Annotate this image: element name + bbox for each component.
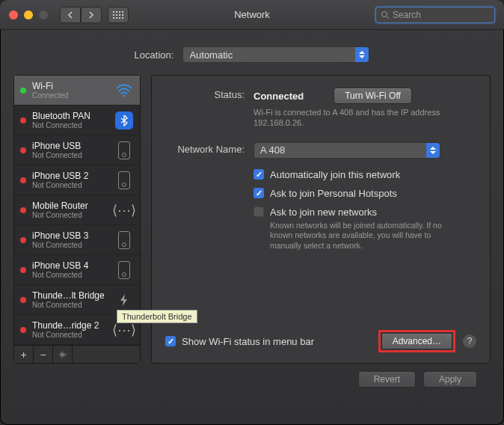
window-title: Network <box>234 9 270 20</box>
service-list: Wi-FiConnectedBluetooth PANNot Connected… <box>14 76 140 345</box>
service-item-bluetooth-pan[interactable]: Bluetooth PANNot Connected <box>14 106 140 135</box>
footer-buttons: Revert Apply <box>13 364 491 388</box>
status-dot <box>20 117 26 123</box>
status-dot <box>20 88 26 94</box>
svg-point-0 <box>382 11 387 16</box>
tooltip: Thunderbolt Bridge <box>117 310 197 323</box>
join-new-description: Known networks will be joined automatica… <box>270 221 464 251</box>
status-dot <box>20 177 26 183</box>
wifi-icon <box>116 84 132 97</box>
remove-service-button[interactable]: − <box>34 346 53 363</box>
service-status: Not Connected <box>32 331 114 339</box>
updown-icon <box>426 143 440 158</box>
service-text: Bluetooth PANNot Connected <box>32 111 114 129</box>
checkbox-checked-icon <box>165 336 176 346</box>
forward-button[interactable] <box>81 7 102 23</box>
service-icon <box>114 260 134 280</box>
service-text: iPhone USB 2Not Connected <box>32 171 114 189</box>
wifi-toggle-button[interactable]: Turn Wi-Fi Off <box>334 88 412 104</box>
show-all-button[interactable] <box>108 7 129 23</box>
svg-line-1 <box>387 16 389 19</box>
svg-point-2 <box>123 94 126 97</box>
sidebar-footer: + − <box>14 345 140 363</box>
status-dot <box>20 327 26 333</box>
service-name: Thunde…lt Bridge <box>32 290 114 301</box>
add-service-button[interactable]: + <box>14 346 34 363</box>
status-dot <box>20 147 26 153</box>
join-new-checkbox[interactable]: Ask to join new networks <box>253 207 476 218</box>
advanced-button[interactable]: Advanced… <box>381 333 452 349</box>
thunderbolt-icon <box>117 293 132 308</box>
service-item-iphone-usb-2[interactable]: iPhone USB 2Not Connected <box>14 165 140 195</box>
revert-button[interactable]: Revert <box>358 371 416 388</box>
hotspot-label: Ask to join Personal Hotspots <box>270 188 397 199</box>
bluetooth-icon <box>115 111 133 129</box>
menubar-checkbox[interactable]: Show Wi-Fi status in menu bar <box>165 336 314 347</box>
service-text: Thunde…lt BridgeNot Connected <box>32 290 114 309</box>
network-name-select[interactable]: A 408 <box>253 142 440 159</box>
service-status: Not Connected <box>32 211 114 219</box>
join-new-label: Ask to join new networks <box>270 207 377 218</box>
phone-icon <box>118 141 130 159</box>
service-name: Wi-Fi <box>32 81 114 91</box>
hotspot-checkbox[interactable]: Ask to join Personal Hotspots <box>253 188 476 199</box>
chevron-right-icon <box>88 11 94 19</box>
service-icon <box>114 230 134 250</box>
service-status: Connected <box>32 91 114 100</box>
service-item-mobile-router[interactable]: Mobile RouterNot Connected⟨⋯⟩ <box>14 195 140 225</box>
back-button[interactable] <box>60 7 81 23</box>
service-text: Thunde…ridge 2Not Connected <box>32 320 114 339</box>
location-value: Automatic <box>189 49 233 61</box>
phone-icon <box>118 231 130 249</box>
service-actions-button[interactable] <box>53 346 73 363</box>
close-button[interactable] <box>9 10 18 19</box>
service-item-iphone-usb[interactable]: iPhone USBNot Connected <box>14 135 140 165</box>
gear-icon <box>58 349 68 360</box>
minimize-button[interactable] <box>24 10 33 19</box>
service-item-wi-fi[interactable]: Wi-FiConnected <box>14 76 140 106</box>
apply-button[interactable]: Apply <box>423 371 477 388</box>
location-label: Location: <box>135 49 174 61</box>
menubar-label: Show Wi-Fi status in menu bar <box>182 336 314 347</box>
service-status: Not Connected <box>32 271 114 279</box>
status-dot <box>20 207 26 213</box>
detail-panel: Status: Connected Turn Wi-Fi Off Wi-Fi i… <box>151 75 491 364</box>
titlebar: Network Search <box>0 0 504 30</box>
tether-icon: ⟨⋯⟩ <box>112 202 136 218</box>
service-item-iphone-usb-3[interactable]: iPhone USB 3Not Connected <box>14 225 140 255</box>
status-value: Connected <box>253 91 304 102</box>
svg-point-3 <box>61 353 64 356</box>
service-text: iPhone USB 4Not Connected <box>32 260 114 279</box>
service-status: Not Connected <box>32 241 114 249</box>
updown-icon <box>355 47 369 62</box>
search-icon <box>381 10 390 19</box>
auto-join-label: Automatically join this network <box>270 169 400 180</box>
service-text: Wi-FiConnected <box>32 81 114 100</box>
search-placeholder: Search <box>393 10 421 20</box>
service-name: iPhone USB 2 <box>32 171 114 181</box>
location-select[interactable]: Automatic <box>182 46 369 63</box>
status-dot <box>20 267 26 273</box>
status-dot <box>20 237 26 243</box>
network-name-label: Network Name: <box>165 142 253 251</box>
service-text: iPhone USBNot Connected <box>32 141 114 159</box>
service-text: iPhone USB 3Not Connected <box>32 230 114 249</box>
service-item-iphone-usb-4[interactable]: iPhone USB 4Not Connected <box>14 255 140 285</box>
checkbox-checked-icon <box>253 188 264 198</box>
checkbox-checked-icon <box>253 169 264 180</box>
service-icon <box>114 141 134 160</box>
service-text: Mobile RouterNot Connected <box>32 201 114 219</box>
search-input[interactable]: Search <box>375 7 495 23</box>
location-row: Location: Automatic <box>13 46 491 63</box>
service-name: Mobile Router <box>32 201 114 211</box>
service-name: Thunde…ridge 2 <box>32 320 114 331</box>
auto-join-checkbox[interactable]: Automatically join this network <box>253 169 476 180</box>
service-name: Bluetooth PAN <box>32 111 114 121</box>
grid-icon <box>113 11 123 19</box>
service-status: Not Connected <box>32 151 114 159</box>
nav-buttons <box>60 7 102 23</box>
help-button[interactable]: ? <box>463 334 476 348</box>
status-description: Wi-Fi is connected to A 408 and has the … <box>253 107 463 129</box>
service-name: iPhone USB 3 <box>32 230 114 241</box>
status-dot <box>20 297 26 303</box>
